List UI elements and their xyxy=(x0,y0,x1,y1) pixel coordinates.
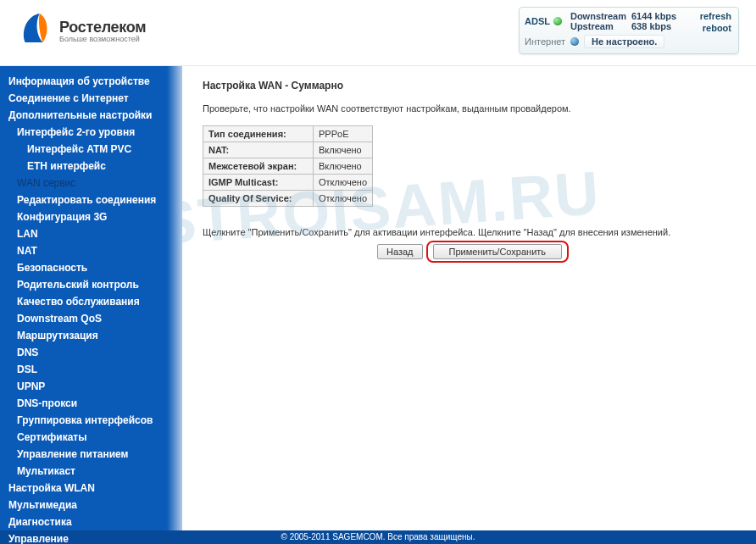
table-row: IGMP Multicast:Отключено xyxy=(203,175,373,191)
downstream-value: 6144 kbps xyxy=(631,11,676,21)
nav-internet-connection[interactable]: Соединение с Интернет xyxy=(0,90,182,107)
back-button[interactable]: Назад xyxy=(377,244,423,259)
nav-wlan-setup[interactable]: Настройка WLAN xyxy=(0,480,182,497)
nav-3g-config[interactable]: Конфигурация 3G xyxy=(0,208,182,225)
nav-interface-grouping[interactable]: Группировка интерфейсов xyxy=(0,412,182,429)
internet-label: Интернет xyxy=(525,36,565,47)
nav-dns-proxy[interactable]: DNS-прокси xyxy=(0,395,182,412)
nav-power-management[interactable]: Управление питанием xyxy=(0,446,182,463)
nav-multimedia[interactable]: Мультимедиа xyxy=(0,497,182,513)
apply-save-button[interactable]: Применить/Сохранить xyxy=(433,244,563,259)
brand-logo: Ростелеком Больше возможностей xyxy=(19,10,146,46)
nav-layer2-interface[interactable]: Интерфейс 2-го уровня xyxy=(0,124,182,141)
top-bar: Ростелеком Больше возможностей refresh r… xyxy=(0,0,756,66)
nav-advanced-settings[interactable]: Дополнительные настройки xyxy=(0,107,182,124)
nav-management[interactable]: Управление xyxy=(0,530,182,544)
main-content: NASTROISAM.RU Настройка WAN - Суммарно П… xyxy=(182,66,756,530)
nav-routing[interactable]: Маршрутизация xyxy=(0,327,182,344)
nav-certificates[interactable]: Сертификаты xyxy=(0,429,182,446)
downstream-label: Downstream xyxy=(570,11,626,21)
apply-highlight-icon: Применить/Сохранить xyxy=(426,241,570,263)
nav-downstream-qos[interactable]: Downstream QoS xyxy=(0,310,182,327)
brand-name: Ростелеком xyxy=(59,19,146,36)
nav-dns[interactable]: DNS xyxy=(0,344,182,361)
adsl-led-icon xyxy=(553,17,562,25)
page-title: Настройка WAN - Суммарно xyxy=(203,80,736,92)
nav-nat[interactable]: NAT xyxy=(0,242,182,259)
nav-dsl[interactable]: DSL xyxy=(0,361,182,378)
row-key: Межсетевой экран: xyxy=(203,158,314,175)
nav-edit-connections[interactable]: Редактировать соединения xyxy=(0,192,182,208)
sidebar-nav: Информация об устройстве Соединение с Ин… xyxy=(0,66,182,530)
table-row: Тип соединения:PPPoE xyxy=(203,126,373,142)
upstream-value: 638 kbps xyxy=(631,21,676,31)
brand-tagline: Больше возможностей xyxy=(59,35,146,43)
row-key: NAT: xyxy=(203,142,314,158)
nav-lan[interactable]: LAN xyxy=(0,225,182,242)
internet-led-icon xyxy=(570,37,579,46)
internet-status-value: Не настроено. xyxy=(584,35,664,48)
row-key: IGMP Multicast: xyxy=(203,175,314,191)
row-key: Quality Of Service: xyxy=(203,191,314,207)
nav-wan-service[interactable]: WAN сервис xyxy=(0,175,182,192)
refresh-link[interactable]: refresh xyxy=(700,11,731,21)
row-val: Включено xyxy=(314,158,373,175)
page-description: Проверьте, что настройки WAN соответству… xyxy=(203,103,736,114)
nav-diagnostics[interactable]: Диагностика xyxy=(0,513,182,530)
adsl-label: ADSL xyxy=(525,16,550,26)
status-panel: refresh reboot ADSL Downstream 6144 kbps… xyxy=(519,7,739,54)
reboot-link[interactable]: reboot xyxy=(703,23,731,33)
nav-parental-control[interactable]: Родительский контроль xyxy=(0,276,182,293)
table-row: Quality Of Service:Отключено xyxy=(203,191,373,207)
nav-atm-pvc[interactable]: Интерфейс ATM PVC xyxy=(0,141,182,158)
table-row: Межсетевой экран:Включено xyxy=(203,158,373,175)
table-row: NAT:Включено xyxy=(203,142,373,158)
action-instruction: Щелкните "Применить/Сохранить" для актив… xyxy=(203,227,736,237)
nav-upnp[interactable]: UPNP xyxy=(0,378,182,395)
row-val: Отключено xyxy=(314,175,373,191)
nav-security[interactable]: Безопасность xyxy=(0,259,182,276)
nav-multicast[interactable]: Мультикаст xyxy=(0,463,182,480)
upstream-label: Upstream xyxy=(570,21,626,31)
wan-summary-table: Тип соединения:PPPoE NAT:Включено Межсет… xyxy=(203,125,373,207)
row-val: PPPoE xyxy=(314,126,373,142)
row-key: Тип соединения: xyxy=(203,126,314,142)
nav-eth-interface[interactable]: ETH интерфейс xyxy=(0,158,182,175)
row-val: Отключено xyxy=(314,191,373,207)
rostelecom-logo-icon xyxy=(19,10,51,46)
nav-qos[interactable]: Качество обслуживания xyxy=(0,293,182,310)
row-val: Включено xyxy=(314,142,373,158)
nav-device-info[interactable]: Информация об устройстве xyxy=(0,73,182,90)
